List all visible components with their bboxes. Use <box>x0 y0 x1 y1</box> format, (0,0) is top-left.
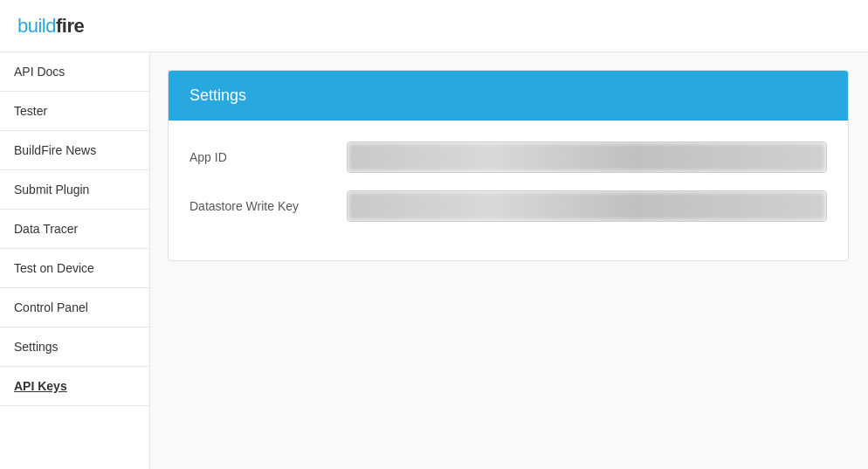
form-row-app-id: App IDf0834dc-d8fe-4-ae-acc-c 1ea787facc… <box>189 141 827 173</box>
blurred-value-app-id: f0834dc-d8fe-4-ae-acc-c 1ea787facc1 <box>358 148 550 166</box>
form-row-datastore-write-key: Datastore Write Keyf0834-c-d8fe-4-ae-acc… <box>189 190 827 222</box>
label-app-id: App ID <box>189 150 347 164</box>
logo-fire-text: fire <box>56 15 84 37</box>
sidebar: API DocsTesterBuildFire NewsSubmit Plugi… <box>0 52 150 469</box>
label-datastore-write-key: Datastore Write Key <box>189 199 347 213</box>
logo-build-text: build <box>17 15 56 37</box>
sidebar-item-test-on-device[interactable]: Test on Device <box>0 249 149 288</box>
input-app-id[interactable]: f0834dc-d8fe-4-ae-acc-c 1ea787facc1 <box>347 141 827 173</box>
main-content: Settings App IDf0834dc-d8fe-4-ae-acc-c 1… <box>150 52 868 469</box>
app-layout: API DocsTesterBuildFire NewsSubmit Plugi… <box>0 52 868 469</box>
sidebar-item-control-panel[interactable]: Control Panel <box>0 288 149 328</box>
settings-card-body: App IDf0834dc-d8fe-4-ae-acc-c 1ea787facc… <box>169 121 848 260</box>
settings-card: Settings App IDf0834dc-d8fe-4-ae-acc-c 1… <box>168 70 849 261</box>
sidebar-item-tester[interactable]: Tester <box>0 92 149 131</box>
input-datastore-write-key[interactable]: f0834-c-d8fe-4-ae-acc-c 1ea787facc1 <box>347 190 827 222</box>
sidebar-item-api-docs[interactable]: API Docs <box>0 52 149 92</box>
blurred-value-datastore-write-key: f0834-c-d8fe-4-ae-acc-c 1ea787facc1 <box>358 197 548 215</box>
sidebar-item-data-tracer[interactable]: Data Tracer <box>0 210 149 249</box>
sidebar-item-submit-plugin[interactable]: Submit Plugin <box>0 170 149 210</box>
sidebar-item-buildfire-news[interactable]: BuildFire News <box>0 131 149 170</box>
settings-card-header: Settings <box>169 71 848 121</box>
settings-card-title: Settings <box>189 86 827 105</box>
sidebar-item-api-keys[interactable]: API Keys <box>0 367 149 406</box>
logo: buildfire <box>17 15 84 38</box>
header: buildfire <box>0 0 868 52</box>
sidebar-item-settings[interactable]: Settings <box>0 328 149 367</box>
